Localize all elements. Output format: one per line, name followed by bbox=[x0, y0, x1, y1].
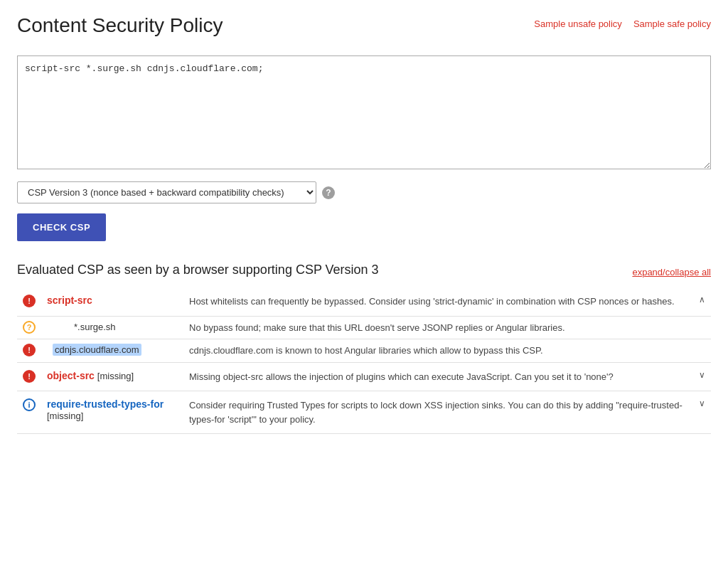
highlighted-source: cdnjs.cloudflare.com bbox=[53, 344, 141, 356]
evaluated-title: Evaluated CSP as seen by a browser suppo… bbox=[17, 263, 379, 277]
check-csp-button[interactable]: CHECK CSP bbox=[17, 213, 106, 241]
table-row: i require-trusted-types-for [missing] Co… bbox=[17, 391, 711, 434]
sub-description: cdnjs.cloudflare.com is known to host An… bbox=[183, 339, 693, 363]
sub-icon-cell: ! bbox=[17, 339, 41, 363]
sub-source-cell: cdnjs.cloudflare.com bbox=[41, 339, 183, 363]
sub-description: No bypass found; make sure that this URL… bbox=[183, 316, 693, 339]
error-icon: ! bbox=[23, 344, 36, 356]
sub-source-cell: *.surge.sh bbox=[41, 316, 183, 339]
sub-row: ? *.surge.sh No bypass found; make sure … bbox=[17, 316, 711, 339]
chevron-icon[interactable]: ∨ bbox=[693, 362, 711, 391]
results-table: ! script-src Host whitelists can frequen… bbox=[17, 287, 711, 434]
sub-row: ! cdnjs.cloudflare.com cdnjs.cloudflare.… bbox=[17, 339, 711, 363]
directive-name-cell[interactable]: object-src [missing] bbox=[41, 362, 183, 391]
sub-icon-cell: ? bbox=[17, 316, 41, 339]
missing-label: [missing] bbox=[47, 411, 83, 421]
chevron-icon[interactable]: ∨ bbox=[693, 391, 711, 434]
missing-label: [missing] bbox=[97, 371, 134, 381]
directive-description: Missing object-src allows the injection … bbox=[183, 362, 693, 391]
icon-cell: ! bbox=[17, 287, 41, 316]
table-row: ! script-src Host whitelists can frequen… bbox=[17, 287, 711, 316]
directive-description: Host whitelists can frequently be bypass… bbox=[183, 287, 693, 316]
error-icon: ! bbox=[23, 370, 36, 383]
help-icon[interactable]: ? bbox=[322, 186, 335, 199]
sub-source: *.surge.sh bbox=[53, 322, 116, 332]
icon-cell: i bbox=[17, 391, 41, 434]
chevron-icon[interactable]: ∧ bbox=[693, 287, 711, 316]
warn-icon: ? bbox=[23, 321, 36, 334]
directive-name-cell[interactable]: require-trusted-types-for [missing] bbox=[41, 391, 183, 434]
expand-collapse-link[interactable]: expand/collapse all bbox=[632, 267, 711, 277]
directive-name: script-src bbox=[47, 295, 92, 306]
directive-name-cell[interactable]: script-src bbox=[41, 287, 183, 316]
directive-name: require-trusted-types-for bbox=[47, 398, 164, 410]
sample-safe-link[interactable]: Sample safe policy bbox=[633, 18, 711, 29]
directive-name: object-src bbox=[47, 370, 95, 381]
policy-textarea[interactable] bbox=[17, 55, 711, 169]
page-title: Content Security Policy bbox=[17, 14, 223, 37]
sample-unsafe-link[interactable]: Sample unsafe policy bbox=[534, 18, 622, 29]
directive-description: Consider requiring Trusted Types for scr… bbox=[183, 391, 693, 434]
info-icon: i bbox=[23, 398, 36, 411]
version-select[interactable]: CSP Version 1CSP Version 2CSP Version 3 … bbox=[17, 181, 316, 203]
table-row: ! object-src [missing] Missing object-sr… bbox=[17, 362, 711, 391]
error-icon: ! bbox=[23, 295, 36, 307]
icon-cell: ! bbox=[17, 362, 41, 391]
